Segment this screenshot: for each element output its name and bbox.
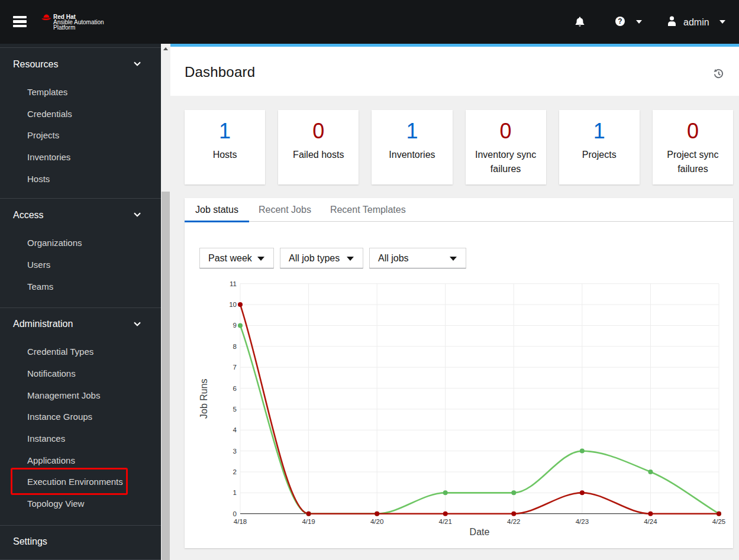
summary-card-projects[interactable]: 1Projects bbox=[559, 110, 640, 184]
chart-point-successful-jobs[interactable] bbox=[443, 490, 448, 495]
sidebar-item-label: Inventories bbox=[27, 152, 70, 162]
y-axis-tick-label: 11 bbox=[230, 280, 237, 287]
card-value: 1 bbox=[372, 118, 452, 144]
x-axis-tick-label: 4/23 bbox=[576, 518, 589, 525]
chart-point-successful-jobs[interactable] bbox=[580, 449, 585, 454]
main-content: Dashboard 1Hosts0Failed hosts1Inventorie… bbox=[170, 44, 739, 560]
masthead: Red Hat Ansible Automation Platform ? ad… bbox=[0, 0, 739, 44]
chart-point-failed-jobs[interactable] bbox=[648, 512, 653, 516]
card-value: 0 bbox=[653, 118, 733, 144]
user-caret-down-icon bbox=[719, 20, 725, 24]
scrollbar-thumb[interactable] bbox=[162, 192, 170, 560]
summary-card-failed-hosts[interactable]: 0Failed hosts bbox=[278, 110, 359, 184]
nav-items: TemplatesCredentialsProjectsInventoriesH… bbox=[0, 81, 161, 189]
chart-point-successful-jobs[interactable] bbox=[511, 490, 516, 495]
chart-point-successful-jobs[interactable] bbox=[238, 323, 243, 328]
summary-card-hosts[interactable]: 1Hosts bbox=[185, 110, 265, 184]
nav-group-settings[interactable]: Settings bbox=[0, 532, 161, 552]
sidebar-item-label: Topology View bbox=[27, 499, 84, 509]
card-value: 0 bbox=[278, 118, 359, 144]
sidebar-item-applications[interactable]: Applications bbox=[0, 449, 161, 471]
chart-point-successful-jobs[interactable] bbox=[648, 470, 653, 474]
x-axis-tick-label: 4/22 bbox=[507, 518, 520, 525]
history-icon[interactable] bbox=[714, 69, 724, 79]
page-header: Dashboard bbox=[170, 47, 739, 96]
x-axis-tick-label: 4/21 bbox=[439, 518, 452, 525]
help-menu[interactable]: ? bbox=[615, 17, 643, 26]
nav-group-label: Access bbox=[13, 210, 44, 221]
chart-point-failed-jobs[interactable] bbox=[443, 512, 448, 516]
nav-section-access: AccessOrganizationsUsersTeams bbox=[0, 198, 161, 307]
sidebar-item-instance-groups[interactable]: Instance Groups bbox=[0, 406, 161, 428]
sidebar-item-teams[interactable]: Teams bbox=[0, 276, 161, 297]
sidebar-item-inventories[interactable]: Inventories bbox=[0, 146, 161, 168]
sidebar-item-label: Instances bbox=[27, 433, 65, 444]
nav-group-label: Administration bbox=[13, 319, 73, 329]
sidebar-scrollbar[interactable] bbox=[161, 44, 170, 560]
sidebar-item-execution-environments[interactable]: Execution Environments bbox=[0, 471, 161, 493]
nav-group-administration[interactable]: Administration bbox=[0, 314, 161, 335]
summary-card-inventories[interactable]: 1Inventories bbox=[372, 110, 452, 184]
summary-card-project-sync-failures[interactable]: 0Project sync failures bbox=[653, 110, 733, 184]
nav-section-administration: AdministrationCredential TypesNotificati… bbox=[0, 307, 161, 525]
nav-items: Credential TypesNotificationsManagement … bbox=[0, 341, 161, 515]
sidebar-item-label: Applications bbox=[27, 455, 75, 465]
chart-point-failed-jobs[interactable] bbox=[375, 512, 379, 516]
x-axis-title: Date bbox=[470, 527, 490, 537]
redhat-fedora-icon bbox=[41, 14, 51, 21]
chart-point-failed-jobs[interactable] bbox=[238, 302, 243, 307]
chart-point-failed-jobs[interactable] bbox=[580, 490, 585, 495]
y-axis-tick-label: 1 bbox=[233, 489, 237, 496]
card-value: 1 bbox=[185, 118, 265, 144]
x-axis-tick-label: 4/25 bbox=[712, 518, 725, 525]
sidebar-item-label: Notifications bbox=[27, 368, 76, 378]
sidebar-item-hosts[interactable]: Hosts bbox=[0, 168, 161, 190]
dashboard-panel: Job statusRecent JobsRecent Templates Pa… bbox=[185, 198, 733, 548]
nav-section-resources: ResourcesTemplatesCredentialsProjectsInv… bbox=[0, 47, 161, 198]
help-question-icon: ? bbox=[615, 17, 625, 26]
nav-group-access[interactable]: Access bbox=[0, 205, 161, 225]
x-axis-tick-label: 4/24 bbox=[644, 518, 657, 525]
sidebar-item-topology-view[interactable]: Topology View bbox=[0, 493, 161, 514]
y-axis-tick-label: 6 bbox=[233, 385, 237, 392]
chevron-down-icon bbox=[134, 212, 141, 217]
sidebar-item-projects[interactable]: Projects bbox=[0, 124, 161, 146]
sidebar-item-management-jobs[interactable]: Management Jobs bbox=[0, 384, 161, 406]
chart-point-failed-jobs[interactable] bbox=[306, 512, 311, 516]
nav-section-settings: Settings bbox=[0, 525, 161, 560]
sidebar-item-notifications[interactable]: Notifications bbox=[0, 362, 161, 384]
username-label: admin bbox=[683, 17, 709, 28]
sidebar-item-templates[interactable]: Templates bbox=[0, 81, 161, 103]
sidebar-item-label: Users bbox=[27, 260, 50, 270]
chevron-down-icon bbox=[134, 322, 141, 326]
y-axis-tick-label: 5 bbox=[233, 406, 237, 413]
scrollbar-up-arrow[interactable] bbox=[161, 44, 170, 54]
nav-toggle-button[interactable] bbox=[13, 15, 27, 28]
job-status-chart: 012345678910114/184/194/204/214/224/234/… bbox=[185, 198, 733, 548]
sidebar-item-label: Templates bbox=[27, 87, 67, 97]
summary-cards: 1Hosts0Failed hosts1Inventories0Inventor… bbox=[185, 110, 733, 184]
sidebar-item-organizations[interactable]: Organizations bbox=[0, 232, 161, 254]
notifications-bell-icon[interactable] bbox=[575, 17, 585, 27]
sidebar-item-label: Organizations bbox=[27, 238, 82, 248]
sidebar-item-label: Instance Groups bbox=[27, 412, 92, 422]
card-label: Failed hosts bbox=[278, 148, 359, 162]
y-axis-tick-label: 2 bbox=[233, 468, 237, 475]
chart-point-failed-jobs[interactable] bbox=[511, 512, 516, 516]
sidebar-item-users[interactable]: Users bbox=[0, 254, 161, 276]
brand-line3: Platform bbox=[53, 25, 104, 30]
sidebar-item-credentials[interactable]: Credentials bbox=[0, 103, 161, 125]
sidebar-item-credential-types[interactable]: Credential Types bbox=[0, 341, 161, 363]
card-label: Inventories bbox=[372, 148, 452, 162]
card-label: Projects bbox=[559, 148, 640, 162]
sidebar-item-instances[interactable]: Instances bbox=[0, 428, 161, 449]
y-axis-tick-label: 0 bbox=[233, 510, 237, 517]
burger-bar bbox=[13, 16, 27, 19]
chart-point-failed-jobs[interactable] bbox=[717, 512, 721, 516]
x-axis-tick-label: 4/19 bbox=[302, 518, 315, 525]
user-icon bbox=[667, 16, 676, 26]
y-axis-tick-label: 8 bbox=[233, 343, 237, 350]
summary-card-inventory-sync-failures[interactable]: 0Inventory sync failures bbox=[466, 110, 546, 184]
nav-group-resources[interactable]: Resources bbox=[0, 54, 161, 75]
y-axis-tick-label: 7 bbox=[233, 364, 237, 371]
